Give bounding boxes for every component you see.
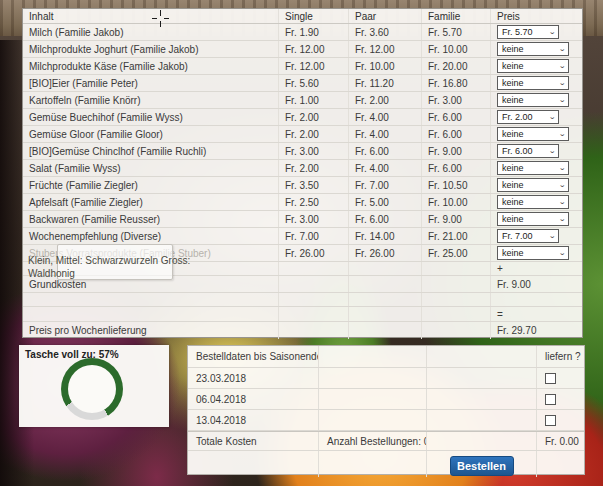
- price-paar: Fr. 3.60: [349, 24, 422, 40]
- plus-symbol: +: [491, 262, 582, 275]
- product-name: Wochenempfehlung (Diverse): [29, 231, 161, 242]
- price-paar: Fr. 5.00: [349, 194, 422, 210]
- price-paar: Fr. 2.00: [349, 92, 422, 108]
- totals-value: Fr. 0.00: [537, 432, 584, 450]
- table-row: Gemüse Buechihof (Familie Wyss) Fr. 2.00…: [23, 109, 582, 126]
- price-familie: Fr. 6.00: [422, 160, 491, 176]
- preis-dropdown-value: keine: [502, 163, 524, 173]
- chevron-down-icon: ⌄: [558, 183, 566, 188]
- table-row: Milchprodukte Joghurt (Familie Jakob) Fr…: [23, 41, 582, 58]
- product-name: Milchprodukte Käse (Familie Jakob): [29, 61, 188, 72]
- price-paar: Fr. 12.00: [349, 41, 422, 57]
- product-rows: Milch (Familie Jakob) Fr. 1.90 Fr. 3.60 …: [23, 24, 582, 262]
- table-row: Backwaren (Familie Reusser) Fr. 3.00 Fr.…: [23, 211, 582, 228]
- price-single: Fr. 7.00: [279, 228, 349, 244]
- delivery-date: 13.04.2018: [188, 410, 319, 430]
- preis-dropdown-value: keine: [502, 180, 524, 190]
- preis-dropdown-value: Fr. 7.00: [502, 231, 533, 241]
- chevron-down-icon: ⌄: [558, 64, 566, 69]
- chevron-down-icon: ⌄: [548, 149, 556, 154]
- table-row: [BIO]Gemüse Chinclhof (Familie Ruchli) F…: [23, 143, 582, 160]
- price-single: Fr. 12.00: [279, 41, 349, 57]
- price-familie: Fr. 20.00: [422, 58, 491, 74]
- chevron-down-icon: ⌄: [558, 81, 566, 86]
- weekly-price-label: Preis pro Wochenlieferung: [23, 322, 279, 339]
- chevron-down-icon: ⌄: [558, 251, 566, 256]
- product-name: Salat (Familie Wyss): [29, 163, 121, 174]
- preis-dropdown-value: keine: [502, 95, 524, 105]
- bag-progress-card: Tasche voll zu: 57%: [19, 345, 169, 427]
- order-button-row: Bestellen: [188, 451, 584, 477]
- price-single: Fr. 2.00: [279, 109, 349, 125]
- table-header-row: Inhalt Single Paar Familie Preis: [23, 9, 582, 24]
- preis-dropdown[interactable]: Fr. 7.00 ⌄: [497, 229, 559, 243]
- price-single: Fr. 1.90: [279, 24, 349, 40]
- preis-dropdown[interactable]: keine ⌄: [497, 59, 569, 73]
- delivery-date-rows: 23.03.2018 06.04.2018 13.04.2018: [188, 368, 584, 431]
- preis-dropdown[interactable]: keine ⌄: [497, 127, 569, 141]
- product-name: [BIO]Gemüse Chinclhof (Familie Ruchli): [29, 146, 206, 157]
- product-name: Früchte (Familie Ziegler): [29, 180, 138, 191]
- price-paar: Fr. 26.00: [349, 245, 422, 261]
- preis-dropdown-value: keine: [502, 248, 524, 258]
- preis-dropdown[interactable]: Fr. 2.00 ⌄: [497, 110, 559, 124]
- price-paar: Fr. 6.00: [349, 211, 422, 227]
- preis-dropdown[interactable]: keine ⌄: [497, 76, 569, 90]
- table-row: [BIO]Eier (Familie Peter) Fr. 5.60 Fr. 1…: [23, 75, 582, 92]
- liefern-checkbox[interactable]: [545, 415, 556, 426]
- price-paar: Fr. 14.00: [349, 228, 422, 244]
- preis-dropdown-value: Fr. 6.00: [502, 146, 533, 156]
- price-familie: Fr. 3.00: [422, 92, 491, 108]
- chevron-down-icon: ⌄: [548, 234, 556, 239]
- preis-dropdown[interactable]: Fr. 5.70 ⌄: [497, 25, 559, 39]
- chevron-down-icon: ⌄: [558, 200, 566, 205]
- deliver-column-header: liefern ?: [537, 346, 584, 367]
- preis-dropdown[interactable]: keine ⌄: [497, 161, 569, 175]
- chevron-down-icon: ⌄: [558, 98, 566, 103]
- preis-dropdown[interactable]: keine ⌄: [497, 42, 569, 56]
- price-single: Fr. 1.00: [279, 92, 349, 108]
- preis-dropdown-value: keine: [502, 197, 524, 207]
- product-name: Gemüse Gloor (Familie Gloor): [29, 129, 163, 140]
- summary-equals-row: =: [23, 307, 582, 322]
- preis-dropdown[interactable]: keine ⌄: [497, 93, 569, 107]
- spacer-row: [23, 293, 582, 307]
- preis-dropdown[interactable]: keine ⌄: [497, 246, 569, 260]
- delivery-date-row: 23.03.2018: [188, 368, 584, 389]
- price-familie: Fr. 9.00: [422, 211, 491, 227]
- table-row: Milch (Familie Jakob) Fr. 1.90 Fr. 3.60 …: [23, 24, 582, 41]
- preis-dropdown-value: keine: [502, 78, 524, 88]
- crosshair-cursor-icon: [152, 10, 169, 27]
- preis-dropdown[interactable]: keine ⌄: [497, 178, 569, 192]
- liefern-checkbox[interactable]: [545, 394, 556, 405]
- product-name: Apfelsaft (Familie Ziegler): [29, 197, 143, 208]
- preis-dropdown[interactable]: keine ⌄: [497, 195, 569, 209]
- chevron-down-icon: ⌄: [558, 217, 566, 222]
- preis-dropdown-value: keine: [502, 129, 524, 139]
- price-single: Fr. 2.00: [279, 160, 349, 176]
- liefern-checkbox[interactable]: [545, 373, 556, 384]
- chevron-down-icon: ⌄: [548, 30, 556, 35]
- chevron-down-icon: ⌄: [548, 115, 556, 120]
- preis-dropdown[interactable]: Fr. 6.00 ⌄: [497, 144, 559, 158]
- product-name: Kartoffeln (Familie Knörr): [29, 95, 141, 106]
- tooltip-text: Klein, Mittel: Schwarzwurzeln Gross: Wal…: [28, 254, 190, 280]
- preis-dropdown[interactable]: keine ⌄: [497, 212, 569, 226]
- order-count: Anzahl Bestellungen: 0: [319, 432, 427, 450]
- price-familie: Fr. 10.00: [422, 41, 491, 57]
- preis-dropdown-value: keine: [502, 214, 524, 224]
- table-row: Milchprodukte Käse (Familie Jakob) Fr. 1…: [23, 58, 582, 75]
- price-single: Fr. 2.00: [279, 126, 349, 142]
- table-row: Salat (Familie Wyss) Fr. 2.00 Fr. 4.00 F…: [23, 160, 582, 177]
- bestellen-button[interactable]: Bestellen: [450, 456, 514, 476]
- price-familie: Fr. 10.00: [422, 194, 491, 210]
- table-row: Apfelsaft (Familie Ziegler) Fr. 2.50 Fr.…: [23, 194, 582, 211]
- table-row: Früchte (Familie Ziegler) Fr. 3.50 Fr. 7…: [23, 177, 582, 194]
- product-price-table: Inhalt Single Paar Familie Preis Milch (…: [22, 8, 583, 338]
- preis-dropdown-value: keine: [502, 44, 524, 54]
- price-single: Fr. 12.00: [279, 58, 349, 74]
- equals-symbol: =: [491, 307, 582, 321]
- table-row: Wochenempfehlung (Diverse) Fr. 7.00 Fr. …: [23, 228, 582, 245]
- column-header-paar: Paar: [349, 9, 422, 23]
- price-familie: Fr. 16.80: [422, 75, 491, 91]
